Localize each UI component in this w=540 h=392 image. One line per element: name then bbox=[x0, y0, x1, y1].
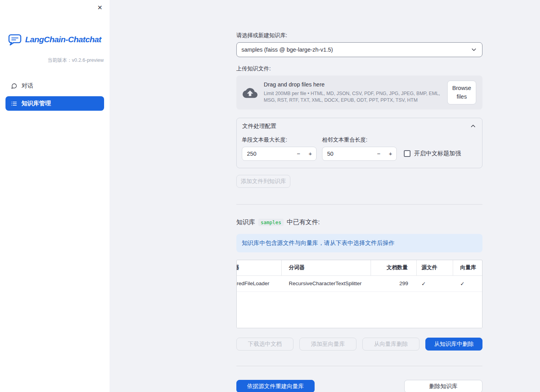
col-header-loader: 器 bbox=[237, 260, 282, 275]
app-logo-text: LangChain-Chatchat bbox=[25, 35, 101, 44]
chevron-down-icon bbox=[470, 46, 477, 53]
add-files-to-kb-button[interactable]: 添加文件到知识库 bbox=[236, 175, 290, 188]
overlap-size-input[interactable]: 50 − + bbox=[322, 147, 397, 161]
divider bbox=[236, 204, 482, 205]
overlap-size-label: 相邻文本重合长度: bbox=[322, 137, 397, 144]
dropzone-texts: Drag and drop files here Limit 200MB per… bbox=[264, 81, 441, 103]
rebuild-vector-store-button[interactable]: 依据源文件重建向量库 bbox=[236, 380, 315, 392]
zh-title-enhance-label: 开启中文标题加强 bbox=[414, 150, 461, 157]
uploader-label: 上传知识文件: bbox=[236, 65, 482, 72]
file-actions-row: 下载选中文档 添加至向量库 从向量库删除 从知识库中删除 bbox=[236, 338, 482, 351]
table-row[interactable]: redFileLoader RecursiveCharacterTextSpli… bbox=[237, 276, 482, 292]
cell-splitter: RecursiveCharacterTextSplitter bbox=[282, 276, 371, 291]
source-file-check-icon: ✓ bbox=[417, 276, 453, 291]
overlap-size-value: 50 bbox=[322, 151, 373, 157]
chunk-size-increment-button[interactable]: + bbox=[304, 150, 316, 157]
files-table[interactable]: 器 分词器 文档数量 源文件 向量库 redFileLoader Recursi… bbox=[236, 260, 482, 328]
sidebar-item-chat[interactable]: 对话 bbox=[5, 79, 104, 93]
existing-files-title: 知识库 samples 中已有文件: bbox=[236, 218, 482, 227]
col-header-vector-store: 向量库 bbox=[453, 260, 482, 275]
divider bbox=[236, 366, 482, 366]
app-logo: LangChain-Chatchat bbox=[0, 34, 110, 45]
kb-actions-row: 依据源文件重建向量库 删除知识库 bbox=[236, 380, 482, 392]
vector-store-check-icon: ✓ bbox=[453, 276, 482, 291]
add-to-vector-store-button[interactable]: 添加至向量库 bbox=[299, 338, 356, 351]
file-config-expander-body: 单段文本最大长度: 250 − + 相邻文本重合长度: 50 − + bbox=[237, 131, 482, 168]
main-content: 请选择或新建知识库: samples (faiss @ bge-large-zh… bbox=[110, 0, 540, 392]
langchain-logo-icon bbox=[8, 34, 22, 45]
col-header-doc-count: 文档数量 bbox=[371, 260, 417, 275]
version-text: 当前版本：v0.2.6-preview bbox=[0, 57, 110, 64]
files-table-header: 器 分词器 文档数量 源文件 向量库 bbox=[237, 260, 482, 276]
close-icon: ✕ bbox=[97, 4, 103, 11]
col-header-splitter: 分词器 bbox=[282, 260, 371, 275]
chunk-size-label: 单段文本最大长度: bbox=[242, 137, 317, 144]
table-empty-area bbox=[237, 292, 482, 328]
col-header-source-file: 源文件 bbox=[417, 260, 453, 275]
chat-bubble-icon bbox=[11, 83, 17, 89]
info-banner-text: 知识库中包含源文件与向量库，请从下表中选择文件后操作 bbox=[242, 239, 394, 246]
delete-kb-button[interactable]: 删除知识库 bbox=[404, 380, 482, 392]
sidebar-item-knowledge-base[interactable]: 知识库管理 bbox=[5, 96, 104, 111]
knowledge-base-select[interactable]: samples (faiss @ bge-large-zh-v1.5) bbox=[236, 42, 482, 57]
cell-loader: redFileLoader bbox=[237, 276, 282, 291]
existing-files-suffix: 中已有文件: bbox=[287, 218, 320, 227]
file-config-expander: 文件处理配置 单段文本最大长度: 250 − + 相邻文本重合长度: bbox=[236, 118, 482, 168]
cloud-upload-icon bbox=[243, 86, 257, 98]
chunk-size-value: 250 bbox=[242, 151, 293, 157]
chevron-up-icon bbox=[470, 122, 477, 129]
delete-from-vector-store-button[interactable]: 从向量库删除 bbox=[362, 338, 419, 351]
existing-files-prefix: 知识库 bbox=[236, 218, 255, 227]
version-value: v0.2.6-preview bbox=[72, 58, 104, 63]
info-banner: 知识库中包含源文件与向量库，请从下表中选择文件后操作 bbox=[236, 234, 482, 252]
download-selected-button[interactable]: 下载选中文档 bbox=[236, 338, 293, 351]
dropzone-limit-text: Limit 200MB per file • HTML, MD, JSON, C… bbox=[264, 90, 441, 103]
cell-doc-count: 299 bbox=[371, 276, 417, 291]
zh-title-enhance-checkbox[interactable] bbox=[404, 150, 410, 157]
kb-select-label: 请选择或新建知识库: bbox=[236, 32, 482, 39]
zh-title-enhance-row[interactable]: 开启中文标题加强 bbox=[404, 150, 461, 157]
kb-name-code: samples bbox=[258, 219, 284, 226]
knowledge-base-icon bbox=[11, 101, 17, 107]
chunk-size-decrement-button[interactable]: − bbox=[293, 150, 304, 157]
file-dropzone[interactable]: Drag and drop files here Limit 200MB per… bbox=[236, 76, 482, 110]
sidebar-nav: 对话 知识库管理 bbox=[5, 79, 104, 111]
overlap-size-decrement-button[interactable]: − bbox=[373, 150, 385, 157]
kb-select-value: samples (faiss @ bge-large-zh-v1.5) bbox=[241, 47, 333, 53]
sidebar-item-label: 知识库管理 bbox=[22, 100, 51, 107]
dropzone-title: Drag and drop files here bbox=[264, 81, 441, 88]
sidebar: ✕ LangChain-Chatchat 当前版本：v0.2.6-preview… bbox=[0, 0, 110, 392]
version-label: 当前版本： bbox=[47, 58, 72, 63]
delete-from-kb-button[interactable]: 从知识库中删除 bbox=[425, 338, 482, 351]
browse-files-button[interactable]: Browse files bbox=[447, 81, 476, 104]
chunk-size-input[interactable]: 250 − + bbox=[242, 147, 317, 161]
file-config-expander-header[interactable]: 文件处理配置 bbox=[237, 118, 482, 131]
sidebar-item-label: 对话 bbox=[22, 82, 33, 90]
sidebar-close-button[interactable]: ✕ bbox=[95, 2, 105, 13]
overlap-size-increment-button[interactable]: + bbox=[385, 150, 396, 157]
expander-title: 文件处理配置 bbox=[242, 122, 276, 130]
